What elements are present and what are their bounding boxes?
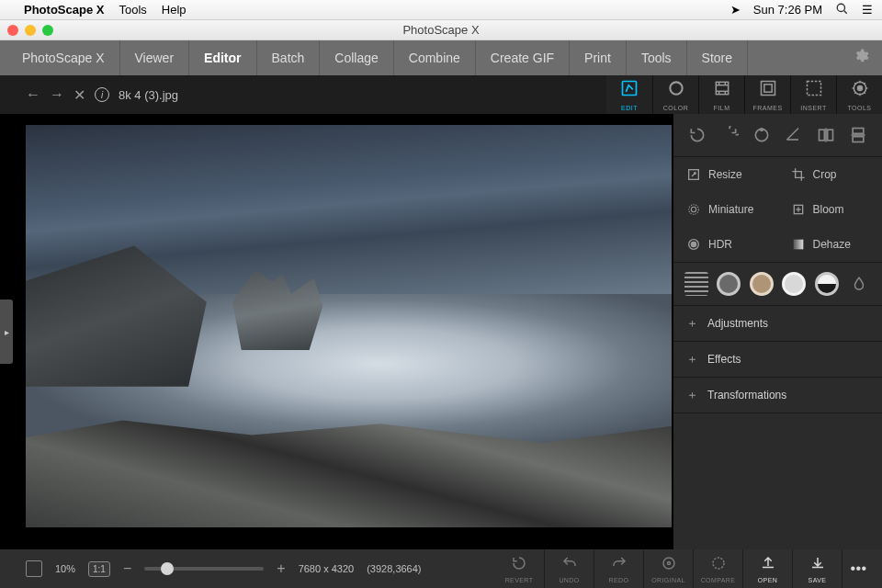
flip-vertical-icon[interactable] [846, 123, 870, 147]
svg-rect-21 [853, 129, 864, 134]
action-undo[interactable]: UNDO [544, 549, 594, 588]
tooltab-color[interactable]: COLOR [652, 75, 698, 114]
menu-help[interactable]: Help [162, 3, 187, 17]
plus-icon: ＋ [686, 315, 698, 332]
flip-horizontal-icon[interactable] [814, 123, 838, 147]
svg-rect-4 [716, 82, 728, 94]
tool-crop[interactable]: Crop [778, 157, 883, 192]
preset-row [673, 263, 882, 306]
spotlight-icon[interactable] [835, 2, 849, 18]
svg-point-30 [691, 242, 695, 246]
fit-to-window-icon[interactable] [26, 560, 42, 577]
cursor-position: (3928,3664) [367, 563, 421, 574]
zoom-out-button[interactable]: − [123, 560, 131, 577]
tab-create-gif[interactable]: Create GIF [476, 40, 570, 75]
preset-warm[interactable] [750, 272, 774, 296]
tool-bloom[interactable]: Bloom [778, 192, 883, 227]
settings-gear-icon[interactable] [853, 48, 869, 68]
maximize-button[interactable] [42, 25, 53, 36]
rotate-left-icon[interactable] [685, 123, 709, 147]
zoom-slider-thumb[interactable] [161, 562, 174, 575]
preset-tint-icon[interactable] [847, 272, 871, 296]
menubar-clock[interactable]: Sun 7:26 PM [753, 3, 822, 17]
preset-gray[interactable] [717, 272, 741, 296]
preset-light[interactable] [782, 272, 806, 296]
transform-row [673, 114, 882, 157]
undo-icon [561, 555, 578, 575]
frames-icon [759, 79, 777, 102]
tool-grid: Resize Crop Miniature Bloom HDR Dehaze [673, 157, 882, 263]
minimize-button[interactable] [25, 25, 36, 36]
svg-point-15 [857, 85, 862, 90]
preset-list-icon[interactable] [684, 272, 708, 296]
film-icon [713, 79, 731, 102]
close-button[interactable] [7, 25, 18, 36]
action-redo[interactable]: REDO [594, 549, 643, 588]
image-canvas[interactable] [25, 124, 673, 528]
hdr-icon [686, 237, 701, 252]
svg-line-1 [844, 10, 847, 13]
nav-close-icon[interactable]: ✕ [74, 86, 85, 104]
nav-back-icon[interactable]: ← [26, 86, 40, 103]
svg-point-33 [663, 558, 674, 569]
preset-contrast[interactable] [815, 272, 839, 296]
traffic-lights [7, 25, 53, 36]
svg-rect-13 [807, 81, 820, 95]
nav-forward-icon[interactable]: → [50, 86, 64, 103]
svg-rect-12 [763, 84, 771, 91]
tab-photoscape-x[interactable]: PhotoScape X [7, 40, 120, 75]
straighten-icon[interactable] [782, 123, 806, 147]
app-tabs: PhotoScape X Viewer Editor Batch Collage… [0, 40, 882, 75]
svg-point-25 [691, 207, 695, 211]
info-icon[interactable]: i [95, 87, 109, 102]
tab-combine[interactable]: Combine [394, 40, 476, 75]
control-center-icon[interactable]: ☰ [862, 3, 873, 17]
tools-icon [851, 79, 869, 102]
tooltab-film[interactable]: FILM [698, 75, 744, 114]
cursor-icon: ➤ [730, 3, 741, 17]
action-original[interactable]: ORIGINAL [643, 549, 693, 588]
tooltab-edit[interactable]: EDIT [606, 75, 652, 114]
accordion-adjustments[interactable]: ＋Adjustments [673, 306, 882, 342]
menu-tools[interactable]: Tools [119, 3, 146, 17]
tab-editor[interactable]: Editor [189, 40, 256, 75]
svg-rect-19 [827, 130, 832, 141]
action-open[interactable]: OPEN [742, 549, 792, 588]
tab-tools[interactable]: Tools [627, 40, 687, 75]
tooltab-tools[interactable]: TOOLS [836, 75, 882, 114]
action-more[interactable]: ••• [842, 549, 875, 588]
zoom-in-button[interactable]: + [277, 560, 285, 577]
action-compare[interactable]: COMPARE [693, 549, 742, 588]
tab-batch[interactable]: Batch [257, 40, 321, 75]
tool-miniature[interactable]: Miniature [673, 192, 778, 227]
plus-icon: ＋ [686, 351, 698, 368]
zoom-slider[interactable] [144, 567, 264, 571]
tool-dehaze[interactable]: Dehaze [778, 227, 883, 262]
tab-print[interactable]: Print [570, 40, 627, 75]
rotate-right-icon[interactable] [718, 123, 741, 147]
accordion-effects[interactable]: ＋Effects [673, 342, 882, 378]
canvas-area[interactable] [0, 114, 673, 549]
open-icon [760, 555, 776, 575]
miniature-icon [686, 202, 701, 217]
tool-tabs: EDIT COLOR FILM FRAMES [606, 75, 882, 114]
macos-menubar: PhotoScape X Tools Help ➤ Sun 7:26 PM ☰ [0, 0, 882, 20]
accordion-transformations[interactable]: ＋Transformations [673, 378, 882, 413]
zoom-1to1-button[interactable]: 1:1 [88, 561, 110, 577]
tab-viewer[interactable]: Viewer [120, 40, 190, 75]
tab-collage[interactable]: Collage [320, 40, 393, 75]
sidebar-expand-handle[interactable]: ▸ [0, 300, 13, 364]
action-save[interactable]: SAVE [792, 549, 842, 588]
color-icon [667, 79, 685, 102]
insert-icon [805, 79, 823, 102]
tab-store[interactable]: Store [687, 40, 748, 75]
file-nav-row: ← → ✕ i 8k 4 (3).jpg [0, 75, 606, 114]
menubar-appname[interactable]: PhotoScape X [24, 3, 104, 17]
svg-rect-22 [853, 137, 864, 142]
rotate-free-icon[interactable] [750, 123, 774, 147]
tool-hdr[interactable]: HDR [673, 227, 778, 262]
action-revert[interactable]: REVERT [494, 549, 544, 588]
tool-resize[interactable]: Resize [673, 157, 778, 192]
tooltab-frames[interactable]: FRAMES [744, 75, 790, 114]
tooltab-insert[interactable]: INSERT [790, 75, 836, 114]
